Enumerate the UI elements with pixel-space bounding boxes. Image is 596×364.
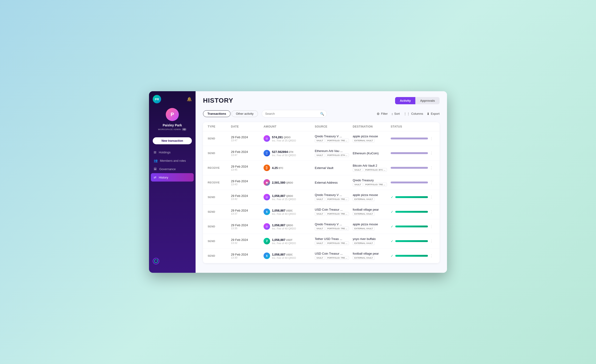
columns-button[interactable]: ⋮⋮ Columns: [403, 112, 423, 116]
tag-portfolio: Portfolio: Tre ...: [326, 197, 349, 201]
status-bar: [395, 211, 428, 213]
tx-type: SEND: [208, 210, 231, 213]
tx-type: SEND: [208, 254, 231, 257]
more-button[interactable]: ⋮: [428, 180, 435, 185]
col-source: Source: [315, 125, 353, 128]
sidebar-item-label: Holdings: [159, 151, 171, 154]
dest-cell: Ethereum (KuCoin): [353, 151, 391, 155]
sidebar-item-governance[interactable]: 🏛 Governance: [149, 165, 195, 173]
source-name: Tether USD Treas ...: [315, 237, 353, 241]
tx-date-cell: 29 Feb 2024 13:47: [231, 135, 264, 142]
amount-cell: ◉ 2,581,580QRDO: [264, 179, 315, 186]
amount-main: 1,058,887USDC: [272, 208, 296, 213]
coin-icon: Ξ: [264, 150, 270, 156]
status-icon: ✓: [391, 210, 394, 214]
tx-time: 13:37: [231, 212, 264, 215]
amount-info: 2,581,580QRDO: [272, 180, 293, 185]
bell-icon[interactable]: 🔔: [187, 97, 192, 102]
ext-vault-tag: EXTERNAL VAULT: [353, 241, 375, 245]
tab-transactions[interactable]: Transactions: [203, 110, 231, 117]
amount-main: 2,581,580QRDO: [272, 180, 293, 185]
col-date: Date: [231, 125, 264, 128]
source-cell: Qredo Treasury V ... VAULT Portfolio: Tr…: [315, 223, 353, 230]
tab-approvals[interactable]: Approvals: [415, 97, 440, 104]
coin-icon: ₮: [264, 238, 270, 244]
tx-time: 13:32: [231, 242, 264, 244]
tag-row: VAULT Portfolio: BTC ...: [353, 168, 391, 172]
source-cell: USD Coin Treasur ... VAULT Portfolio: Tr…: [315, 208, 353, 216]
content-area: Transactions Other activity 🔍 ⚙ Filter ↕…: [195, 108, 447, 273]
user-role: WORKSPACE ADMIN: [158, 128, 181, 131]
amount-info: 1,058,887QRDO Inc. Fee of 40 QRDO: [272, 223, 296, 230]
export-button[interactable]: ⬇ Export: [427, 112, 440, 116]
filter-icon: ⚙: [377, 112, 380, 116]
more-button[interactable]: ⋮: [428, 239, 435, 244]
columns-icon: ⋮⋮: [403, 112, 410, 116]
tx-date-cell: 29 Feb 2024 13:35: [231, 223, 264, 230]
amount-cell: $ 1,058,887USDC Inc. Fee of 40 QRDO: [264, 208, 315, 215]
more-button[interactable]: ⋮: [428, 151, 435, 156]
tag-vault: VAULT: [315, 153, 325, 157]
table-row: SEND 29 Feb 2024 13:32 ₮ 1,058,887USDT I…: [203, 234, 440, 249]
table-row: SEND 29 Feb 2024 13:42 ◎ 1,058,887QRDO I…: [203, 190, 440, 205]
source-cell: USD Coin Treasur ... VAULT Portfolio: Tr…: [315, 252, 353, 260]
status-icon: ✓: [391, 239, 394, 243]
more-button[interactable]: ⋮: [428, 210, 435, 214]
search-box: 🔍: [262, 110, 327, 118]
tx-date-cell: 29 Feb 2024 13:47: [231, 150, 264, 156]
amount-fee: Inc. Fee of 40 QRDO: [272, 256, 296, 259]
tag-row: VAULT Portfolio: Tre ...: [315, 212, 353, 216]
tag-vault: VAULT: [315, 212, 325, 216]
sort-button[interactable]: ↕ Sort: [391, 112, 400, 116]
coin-icon: $: [264, 253, 270, 259]
dest-cell: Qredo Treasury VAULT Portfolio: Tre ...: [353, 178, 391, 186]
tag-portfolio: Portfolio: ETH ...: [326, 153, 349, 157]
dest-cell: Bitcoin Arb Vault 2 VAULT Portfolio: BTC…: [353, 164, 391, 172]
filter-bar: Transactions Other activity 🔍 ⚙ Filter ↕…: [203, 108, 440, 118]
more-button[interactable]: ⋮: [428, 136, 435, 141]
amount-cell: ◎ 1,058,887QRDO Inc. Fee of 25 QRDO: [264, 194, 315, 201]
tag-portfolio: Portfolio: Tre ...: [326, 212, 349, 216]
qredo-logo: [153, 258, 159, 264]
svg-point-0: [153, 258, 159, 264]
sidebar-item-holdings[interactable]: ⊞ Holdings: [149, 148, 195, 156]
status-cell: ✓: [391, 239, 428, 243]
amount-cell: $ 1,058,887USDC Inc. Fee of 40 QRDO: [264, 252, 315, 259]
members-icon: 👥: [154, 159, 158, 163]
source-name: Ethereum Arb Vau ...: [315, 149, 353, 153]
more-button[interactable]: ⋮: [428, 195, 435, 200]
sidebar-item-members[interactable]: 👥 Members and roles: [149, 156, 195, 165]
search-input[interactable]: [262, 110, 327, 118]
amount-info: 1,058,887QRDO Inc. Fee of 25 QRDO: [272, 194, 296, 201]
page-title: HISTORY: [203, 97, 233, 104]
more-button[interactable]: ⋮: [428, 254, 435, 258]
tx-type: SEND: [208, 225, 231, 228]
table-row: SEND 29 Feb 2024 13:30 $ 1,058,887USDC I…: [203, 249, 440, 263]
tab-activity[interactable]: Activity: [395, 97, 415, 104]
sort-icon: ↕: [391, 112, 393, 116]
source-name: Qredo Treasury V ...: [315, 193, 353, 197]
status-bar: [395, 225, 428, 227]
tag-portfolio: Portfolio: Tre ...: [326, 227, 349, 230]
tx-type: SEND: [208, 240, 231, 243]
status-bar: [391, 182, 428, 183]
dest-cell: football village pear EXTERNAL VAULT: [353, 252, 391, 260]
table-row: SEND 29 Feb 2024 13:37 $ 1,058,887USDC I…: [203, 205, 440, 219]
col-actions: [428, 125, 435, 128]
more-button[interactable]: ⋮: [428, 166, 435, 170]
status-cell: [391, 152, 428, 154]
filter-button[interactable]: ⚙ Filter: [377, 112, 388, 116]
sidebar-footer: [149, 254, 195, 269]
new-transaction-button[interactable]: New transaction: [153, 137, 192, 144]
status-cell: [391, 167, 428, 169]
coin-icon: ◎: [264, 223, 270, 230]
ext-vault-tag: EXTERNAL VAULT: [353, 256, 375, 260]
more-button[interactable]: ⋮: [428, 224, 435, 229]
dest-name: football village pear: [353, 252, 391, 255]
tx-date: 29 Feb 2024: [231, 135, 264, 139]
sidebar-item-history[interactable]: ⇄ History: [151, 173, 194, 182]
status-icon: ✓: [391, 254, 394, 258]
amount-main: 574,281QRDO: [272, 135, 296, 139]
tab-other-activity[interactable]: Other activity: [231, 110, 258, 117]
sidebar-header: PR 🔔: [149, 95, 195, 108]
